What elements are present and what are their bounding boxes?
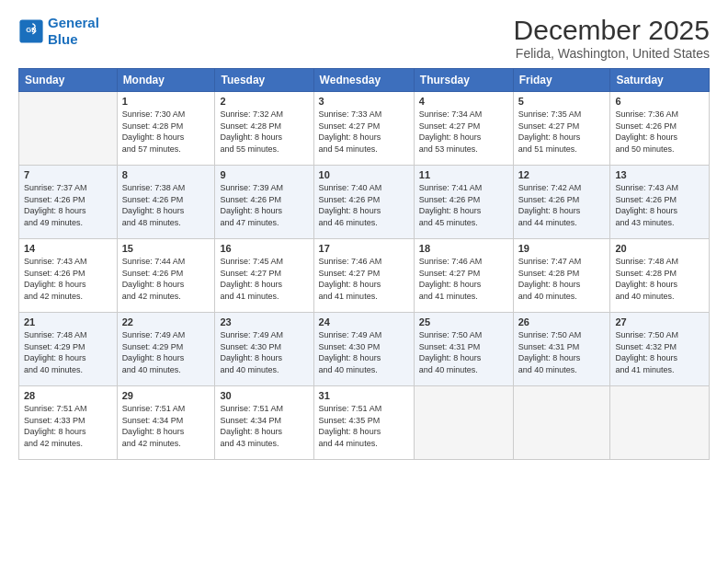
day-info: Sunrise: 7:37 AMSunset: 4:26 PMDaylight:…	[24, 182, 112, 228]
day-info: Sunrise: 7:43 AMSunset: 4:26 PMDaylight:…	[24, 256, 112, 302]
day-number: 16	[220, 243, 308, 254]
week-row-3: 14Sunrise: 7:43 AMSunset: 4:26 PMDayligh…	[19, 239, 710, 313]
day-number: 8	[122, 169, 210, 180]
calendar-cell	[610, 386, 710, 460]
day-info: Sunrise: 7:39 AMSunset: 4:26 PMDaylight:…	[220, 182, 308, 228]
day-info: Sunrise: 7:41 AMSunset: 4:26 PMDaylight:…	[419, 182, 508, 228]
day-info: Sunrise: 7:33 AMSunset: 4:27 PMDaylight:…	[319, 109, 409, 155]
day-info: Sunrise: 7:35 AMSunset: 4:27 PMDaylight:…	[518, 109, 606, 155]
day-info: Sunrise: 7:46 AMSunset: 4:27 PMDaylight:…	[419, 256, 508, 302]
day-number: 18	[419, 243, 508, 254]
day-number: 14	[24, 243, 112, 254]
calendar-cell	[414, 386, 513, 460]
calendar-cell: 15Sunrise: 7:44 AMSunset: 4:26 PMDayligh…	[117, 239, 215, 313]
day-number: 24	[319, 316, 409, 327]
day-info: Sunrise: 7:48 AMSunset: 4:29 PMDaylight:…	[24, 329, 112, 375]
calendar-cell: 19Sunrise: 7:47 AMSunset: 4:28 PMDayligh…	[513, 239, 610, 313]
header-tuesday: Tuesday	[215, 69, 313, 92]
day-info: Sunrise: 7:42 AMSunset: 4:26 PMDaylight:…	[518, 182, 606, 228]
week-row-2: 7Sunrise: 7:37 AMSunset: 4:26 PMDaylight…	[19, 166, 710, 239]
day-number: 28	[24, 390, 112, 401]
day-info: Sunrise: 7:38 AMSunset: 4:26 PMDaylight:…	[122, 182, 210, 228]
week-row-5: 28Sunrise: 7:51 AMSunset: 4:33 PMDayligh…	[19, 386, 710, 460]
day-number: 13	[615, 169, 704, 180]
day-info: Sunrise: 7:47 AMSunset: 4:28 PMDaylight:…	[518, 256, 606, 302]
calendar-cell: 2Sunrise: 7:32 AMSunset: 4:28 PMDaylight…	[215, 92, 313, 166]
day-info: Sunrise: 7:50 AMSunset: 4:31 PMDaylight:…	[419, 329, 508, 375]
month-title: December 2025	[514, 15, 710, 46]
logo-icon: GB	[18, 18, 44, 44]
day-number: 20	[615, 243, 704, 254]
calendar-cell: 26Sunrise: 7:50 AMSunset: 4:31 PMDayligh…	[513, 313, 610, 386]
calendar-cell: 5Sunrise: 7:35 AMSunset: 4:27 PMDaylight…	[513, 92, 610, 166]
day-number: 25	[419, 316, 508, 327]
page: GB General Blue December 2025 Felida, Wa…	[0, 0, 728, 563]
day-number: 3	[319, 96, 409, 107]
day-info: Sunrise: 7:51 AMSunset: 4:34 PMDaylight:…	[122, 403, 210, 449]
day-info: Sunrise: 7:36 AMSunset: 4:26 PMDaylight:…	[615, 109, 704, 155]
day-number: 26	[518, 316, 606, 327]
day-number: 30	[220, 390, 308, 401]
calendar-table: Sunday Monday Tuesday Wednesday Thursday…	[18, 68, 710, 460]
header-monday: Monday	[117, 69, 215, 92]
day-number: 4	[419, 96, 508, 107]
calendar-cell: 18Sunrise: 7:46 AMSunset: 4:27 PMDayligh…	[414, 239, 513, 313]
day-number: 1	[122, 96, 210, 107]
day-info: Sunrise: 7:49 AMSunset: 4:29 PMDaylight:…	[122, 329, 210, 375]
day-number: 15	[122, 243, 210, 254]
day-number: 5	[518, 96, 606, 107]
day-info: Sunrise: 7:49 AMSunset: 4:30 PMDaylight:…	[220, 329, 308, 375]
day-info: Sunrise: 7:43 AMSunset: 4:26 PMDaylight:…	[615, 182, 704, 228]
day-number: 10	[319, 169, 409, 180]
day-number: 11	[419, 169, 508, 180]
calendar-cell: 23Sunrise: 7:49 AMSunset: 4:30 PMDayligh…	[215, 313, 313, 386]
day-info: Sunrise: 7:46 AMSunset: 4:27 PMDaylight:…	[319, 256, 409, 302]
calendar-cell: 25Sunrise: 7:50 AMSunset: 4:31 PMDayligh…	[414, 313, 513, 386]
day-info: Sunrise: 7:50 AMSunset: 4:32 PMDaylight:…	[615, 329, 704, 375]
header-friday: Friday	[513, 69, 610, 92]
day-info: Sunrise: 7:48 AMSunset: 4:28 PMDaylight:…	[615, 256, 704, 302]
header-wednesday: Wednesday	[313, 69, 414, 92]
day-number: 12	[518, 169, 606, 180]
calendar-cell: 14Sunrise: 7:43 AMSunset: 4:26 PMDayligh…	[19, 239, 118, 313]
calendar-cell: 11Sunrise: 7:41 AMSunset: 4:26 PMDayligh…	[414, 166, 513, 239]
day-number: 2	[220, 96, 308, 107]
week-row-4: 21Sunrise: 7:48 AMSunset: 4:29 PMDayligh…	[19, 313, 710, 386]
logo-line2: Blue	[48, 31, 78, 47]
day-number: 27	[615, 316, 704, 327]
day-number: 23	[220, 316, 308, 327]
calendar-cell	[513, 386, 610, 460]
calendar-cell: 6Sunrise: 7:36 AMSunset: 4:26 PMDaylight…	[610, 92, 710, 166]
header: GB General Blue December 2025 Felida, Wa…	[18, 15, 710, 61]
day-number: 31	[319, 390, 409, 401]
day-info: Sunrise: 7:30 AMSunset: 4:28 PMDaylight:…	[122, 109, 210, 155]
day-number: 19	[518, 243, 606, 254]
day-info: Sunrise: 7:32 AMSunset: 4:28 PMDaylight:…	[220, 109, 308, 155]
calendar-cell: 31Sunrise: 7:51 AMSunset: 4:35 PMDayligh…	[313, 386, 414, 460]
day-number: 9	[220, 169, 308, 180]
day-info: Sunrise: 7:51 AMSunset: 4:34 PMDaylight:…	[220, 403, 308, 449]
header-sunday: Sunday	[19, 69, 118, 92]
week-row-1: 1Sunrise: 7:30 AMSunset: 4:28 PMDaylight…	[19, 92, 710, 166]
day-info: Sunrise: 7:45 AMSunset: 4:27 PMDaylight:…	[220, 256, 308, 302]
day-info: Sunrise: 7:51 AMSunset: 4:33 PMDaylight:…	[24, 403, 112, 449]
calendar-cell: 3Sunrise: 7:33 AMSunset: 4:27 PMDaylight…	[313, 92, 414, 166]
calendar-cell: 16Sunrise: 7:45 AMSunset: 4:27 PMDayligh…	[215, 239, 313, 313]
day-number: 6	[615, 96, 704, 107]
calendar-cell: 17Sunrise: 7:46 AMSunset: 4:27 PMDayligh…	[313, 239, 414, 313]
day-info: Sunrise: 7:34 AMSunset: 4:27 PMDaylight:…	[419, 109, 508, 155]
day-number: 21	[24, 316, 112, 327]
calendar-cell: 9Sunrise: 7:39 AMSunset: 4:26 PMDaylight…	[215, 166, 313, 239]
calendar-cell: 13Sunrise: 7:43 AMSunset: 4:26 PMDayligh…	[610, 166, 710, 239]
header-thursday: Thursday	[414, 69, 513, 92]
calendar-cell: 27Sunrise: 7:50 AMSunset: 4:32 PMDayligh…	[610, 313, 710, 386]
day-info: Sunrise: 7:51 AMSunset: 4:35 PMDaylight:…	[319, 403, 409, 449]
title-area: December 2025 Felida, Washington, United…	[514, 15, 710, 61]
day-number: 17	[319, 243, 409, 254]
calendar-cell: 20Sunrise: 7:48 AMSunset: 4:28 PMDayligh…	[610, 239, 710, 313]
calendar-cell: 21Sunrise: 7:48 AMSunset: 4:29 PMDayligh…	[19, 313, 118, 386]
calendar-cell: 29Sunrise: 7:51 AMSunset: 4:34 PMDayligh…	[117, 386, 215, 460]
day-number: 7	[24, 169, 112, 180]
calendar-cell: 8Sunrise: 7:38 AMSunset: 4:26 PMDaylight…	[117, 166, 215, 239]
logo-line1: General	[48, 15, 99, 30]
